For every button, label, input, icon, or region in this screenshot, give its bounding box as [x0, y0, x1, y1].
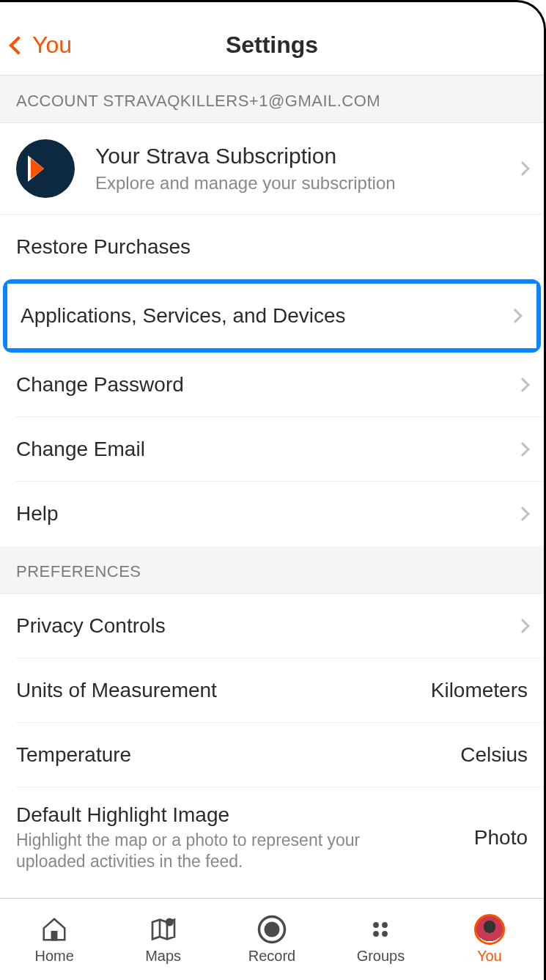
highlighted-row: Applications, Services, and Devices — [3, 279, 541, 353]
tab-you-label: You — [477, 948, 502, 965]
row-units-of-measurement[interactable]: Units of Measurement Kilometers — [16, 658, 544, 723]
back-label: You — [32, 32, 72, 59]
tab-you[interactable]: You — [435, 899, 544, 980]
tab-maps-label: Maps — [145, 948, 181, 965]
tab-home-label: Home — [35, 948, 74, 965]
restore-label: Restore Purchases — [16, 235, 528, 259]
row-temperature[interactable]: Temperature Celsius — [16, 723, 544, 787]
row-change-email[interactable]: Change Email — [16, 417, 544, 482]
highlight-label: Default Highlight Image — [16, 803, 474, 827]
nav-header: You Settings — [0, 2, 544, 75]
units-value: Kilometers — [431, 679, 528, 702]
privacy-label: Privacy Controls — [16, 614, 507, 638]
temperature-label: Temperature — [16, 743, 460, 767]
avatar-icon — [474, 914, 505, 945]
subscription-subtitle: Explore and manage your subscription — [95, 173, 507, 194]
back-button[interactable]: You — [7, 32, 72, 59]
row-subscription[interactable]: Your Strava Subscription Explore and man… — [0, 123, 544, 215]
temperature-value: Celsius — [460, 743, 528, 767]
tab-groups-label: Groups — [357, 948, 405, 965]
row-applications-services-devices[interactable]: Applications, Services, and Devices — [7, 284, 536, 348]
row-restore-purchases[interactable]: Restore Purchases — [16, 215, 544, 279]
change-email-label: Change Email — [16, 438, 507, 461]
home-icon — [39, 914, 70, 945]
svg-point-7 — [383, 931, 388, 937]
chevron-right-icon — [515, 161, 530, 176]
record-icon — [257, 914, 287, 945]
page-title: Settings — [226, 32, 318, 59]
svg-point-3 — [265, 922, 280, 937]
subscription-title: Your Strava Subscription — [95, 144, 507, 169]
highlight-value: Photo — [474, 826, 528, 850]
apps-label: Applications, Services, and Devices — [21, 304, 500, 328]
units-label: Units of Measurement — [16, 679, 431, 702]
tab-maps[interactable]: Maps — [108, 899, 217, 980]
tab-record[interactable]: Record — [218, 899, 326, 980]
settings-scroll[interactable]: ACCOUNT STRAVAQKILLERS+1@GMAIL.COM Your … — [0, 75, 544, 898]
svg-point-5 — [383, 922, 388, 928]
section-header-preferences: PREFERENCES — [0, 546, 544, 594]
highlight-sub: Highlight the map or a photo to represen… — [16, 830, 383, 872]
tab-bar: Home Maps Record Groups You — [0, 898, 544, 980]
row-default-highlight-image[interactable]: Default Highlight Image Highlight the ma… — [16, 787, 544, 877]
svg-point-4 — [374, 922, 380, 928]
subscription-icon — [16, 139, 75, 198]
chevron-left-icon — [9, 36, 27, 54]
chevron-right-icon — [515, 619, 530, 633]
svg-point-1 — [166, 919, 172, 925]
chevron-right-icon — [508, 309, 523, 323]
row-privacy-controls[interactable]: Privacy Controls — [16, 594, 544, 658]
tab-record-label: Record — [248, 948, 295, 965]
chevron-right-icon — [515, 506, 530, 521]
groups-icon — [365, 914, 396, 945]
tab-groups[interactable]: Groups — [326, 899, 435, 980]
row-help[interactable]: Help — [16, 482, 544, 546]
change-password-label: Change Password — [16, 373, 507, 397]
svg-point-6 — [374, 931, 380, 937]
help-label: Help — [16, 502, 507, 526]
tab-home[interactable]: Home — [0, 899, 108, 980]
maps-icon — [148, 914, 179, 945]
svg-rect-0 — [52, 932, 56, 940]
chevron-right-icon — [515, 377, 530, 392]
row-change-password[interactable]: Change Password — [16, 353, 544, 417]
chevron-right-icon — [515, 442, 530, 457]
section-header-account: ACCOUNT STRAVAQKILLERS+1@GMAIL.COM — [0, 75, 544, 123]
